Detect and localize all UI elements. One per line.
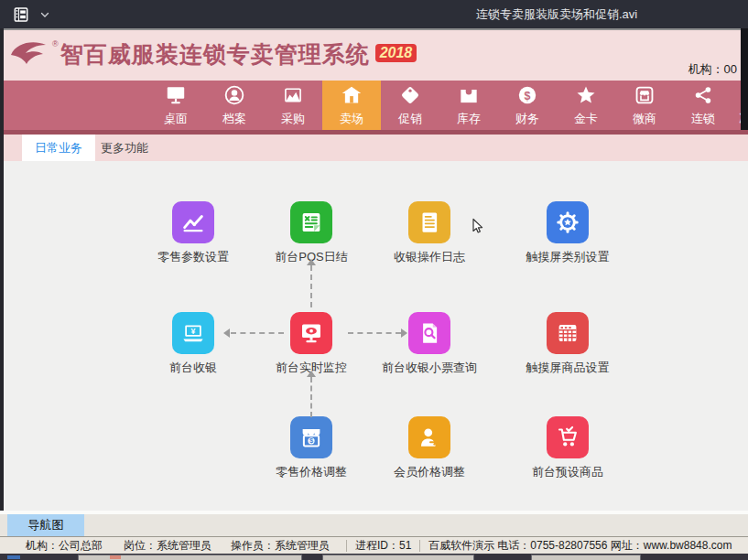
share-nodes-icon	[691, 83, 715, 110]
monitor-eye-icon	[290, 312, 332, 354]
flow-connector-up-bottom	[310, 377, 312, 417]
line-chart-icon	[172, 201, 214, 243]
nav-item-label: 连锁	[691, 111, 715, 127]
year-badge: 2018	[375, 44, 417, 62]
window-right-edge	[741, 28, 748, 130]
module-label: 触摸屏类别设置	[504, 249, 632, 265]
window-sliver[interactable]	[322, 555, 474, 560]
star-icon	[574, 83, 598, 110]
shop-price-icon: $	[290, 416, 332, 458]
nav-item-price-tag[interactable]: 促销	[381, 81, 439, 130]
module-flowchart: 零售参数设置前台POS日结收银操作日志触摸屏类别设置¥前台收银前台实时监控前台收…	[0, 161, 748, 511]
flow-arrowhead-up-top	[307, 259, 316, 265]
store-house-icon	[340, 83, 363, 110]
status-separator	[419, 540, 420, 552]
app-header: ® 智百威服装连锁专卖管理系统 2018 机构：00	[0, 28, 748, 81]
window-sliver-icon	[110, 555, 121, 559]
module-label: 收银操作日志	[365, 249, 493, 265]
navigation-map-tab[interactable]: 导航图	[7, 514, 84, 536]
laptop-cash-icon: ¥	[172, 312, 214, 354]
taskbar-icon-sliver	[7, 555, 20, 559]
nav-item-storefront[interactable]: 微商	[615, 81, 674, 130]
module-gear-star[interactable]: 触摸屏类别设置	[504, 201, 632, 265]
nav-item-label: 采购	[281, 111, 305, 127]
module-monitor-eye[interactable]: 前台实时监控	[247, 312, 375, 376]
nav-item-star[interactable]: 金卡	[557, 81, 615, 130]
module-spreadsheet[interactable]: 前台POS日结	[247, 201, 375, 265]
flow-arrowhead-up-bottom	[307, 371, 316, 377]
flow-connector-left	[231, 332, 284, 334]
flow-connector-right	[348, 332, 401, 334]
window-sliver[interactable]	[531, 555, 641, 560]
video-title: 连锁专卖服装版卖场和促销.avi	[476, 0, 637, 28]
nav-item-label: 微商	[633, 111, 656, 127]
chart-image-icon	[281, 83, 305, 110]
storefront-icon	[633, 83, 656, 110]
gear-star-icon	[547, 201, 589, 243]
receipt-search-icon	[408, 312, 450, 354]
bottom-tabrow: 导航图	[0, 514, 748, 536]
main-navbar: 桌面档案采购卖场促销库存$财务金卡微商连锁决策	[0, 81, 748, 130]
module-laptop-cash[interactable]: ¥前台收银	[129, 312, 257, 376]
svg-text:$: $	[525, 90, 531, 102]
status-process: 进程ID：51	[355, 537, 411, 554]
status-separator	[346, 540, 347, 552]
grid-table-icon	[547, 312, 589, 354]
org-label: 机构：00	[688, 61, 737, 78]
brand-logo-icon	[9, 38, 51, 74]
module-label: 前台预设商品	[504, 464, 632, 480]
taskbar-strip	[0, 554, 748, 560]
window-left-edge	[0, 28, 4, 511]
nav-item-chart-image[interactable]: 采购	[264, 81, 322, 130]
statusbar: 机构：公司总部 岗位：系统管理员 操作员：系统管理员 进程ID：51 百威软件演…	[0, 536, 748, 554]
nav-item-person-circle[interactable]: 档案	[205, 81, 264, 130]
nav-item-label: 财务	[515, 111, 539, 127]
app-screen: 连锁专卖服装版卖场和促销.avi ® 智百威服装连锁专卖管理系统 2018 机构…	[0, 0, 748, 560]
flow-connector-up-top	[310, 265, 312, 307]
mouse-cursor	[470, 218, 486, 238]
module-receipt-search[interactable]: 前台收银小票查询	[365, 312, 493, 376]
nav-item-label: 档案	[222, 111, 246, 127]
module-label: 前台收银小票查询	[365, 360, 493, 376]
nav-item-label: 金卡	[574, 111, 598, 127]
status-post: 岗位：系统管理员	[124, 537, 211, 554]
log-document-icon	[408, 201, 450, 243]
price-tag-icon	[398, 83, 422, 110]
chevron-down-icon[interactable]	[38, 8, 51, 21]
trademark-symbol: ®	[52, 39, 59, 48]
inventory-box-icon	[457, 83, 481, 110]
status-vendor: 百威软件演示 电话：0755-82807556 网址：www.bw8848.co…	[428, 537, 732, 554]
spreadsheet-icon	[290, 201, 332, 243]
status-operator: 操作员：系统管理员	[231, 537, 330, 554]
nav-item-label: 库存	[457, 111, 481, 127]
status-org: 机构：公司总部	[26, 537, 103, 554]
nav-item-store-house[interactable]: 卖场	[322, 81, 381, 130]
module-label: 零售参数设置	[129, 249, 257, 265]
nav-item-label: 桌面	[164, 111, 188, 127]
desktop-icon	[164, 83, 188, 110]
nav-item-label: 卖场	[340, 111, 363, 127]
sub-tabstrip: 日常业务 更多功能	[0, 135, 748, 161]
module-member-arrow[interactable]: 会员价格调整	[365, 416, 493, 480]
tab-daily-business[interactable]: 日常业务	[22, 135, 95, 161]
nav-item-label: 促销	[398, 111, 422, 127]
nav-item-inventory-box[interactable]: 库存	[439, 81, 498, 130]
video-titlebar: 连锁专卖服装版卖场和促销.avi	[0, 0, 748, 28]
dollar-circle-icon: $	[515, 83, 539, 110]
module-label: 前台收银	[129, 360, 257, 376]
film-icon[interactable]	[12, 5, 30, 24]
nav-item-desktop[interactable]: 桌面	[146, 81, 205, 130]
module-line-chart[interactable]: 零售参数设置	[129, 201, 257, 265]
member-arrow-icon	[408, 416, 450, 458]
app-title: 智百威服装连锁专卖管理系统	[60, 38, 370, 70]
module-label: 会员价格调整	[365, 464, 493, 480]
svg-text:¥: ¥	[191, 327, 196, 336]
module-shop-price[interactable]: $零售价格调整	[247, 416, 375, 480]
nav-item-dollar-circle[interactable]: $财务	[498, 81, 557, 130]
module-cart-check[interactable]: 前台预设商品	[504, 416, 632, 480]
tab-more-functions[interactable]: 更多功能	[88, 135, 161, 161]
person-circle-icon	[222, 83, 246, 110]
module-label: 触摸屏商品设置	[504, 360, 632, 376]
module-grid-table[interactable]: 触摸屏商品设置	[504, 312, 632, 376]
flow-arrowhead-right	[401, 328, 407, 338]
